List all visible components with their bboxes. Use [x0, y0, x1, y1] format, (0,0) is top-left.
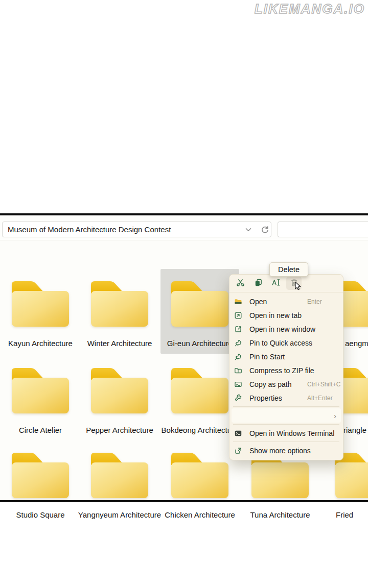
show-more-icon: [234, 446, 243, 455]
folder-item[interactable]: Yangnyeum Architecture: [87, 449, 152, 502]
menu-separator: [233, 442, 339, 442]
folder-item[interactable]: Bokdeong Architecture: [167, 364, 233, 417]
menu-item-shortcut: Alt+Enter: [307, 395, 333, 402]
folder-label: Pepper Architecture: [86, 424, 153, 436]
folder-label: riangle: [343, 424, 366, 436]
mouse-cursor-icon: [294, 281, 302, 291]
context-menu: OpenEnterOpen in new tabOpen in new wind…: [229, 274, 343, 460]
rename-button[interactable]: [268, 277, 284, 290]
chevron-down-icon[interactable]: [244, 225, 253, 234]
folder-icon: [8, 449, 73, 502]
menu-separator: [233, 424, 339, 425]
address-bar[interactable]: Museum of Modern Architecture Design Con…: [2, 222, 271, 237]
folder-item[interactable]: Winter Architecture: [87, 277, 152, 330]
search-input[interactable]: [278, 222, 368, 237]
cut-icon: [236, 278, 245, 289]
menu-item-label: Open: [249, 298, 267, 306]
menu-item-submenu[interactable]: ›: [232, 408, 341, 423]
folder-item[interactable]: Circle Atelier: [8, 364, 73, 417]
menu-item-label: Open in new tab: [249, 311, 302, 320]
folder-icon: [87, 364, 152, 417]
folder-item[interactable]: Pepper Architecture: [87, 364, 152, 417]
menu-item-properties[interactable]: PropertiesAlt+Enter: [229, 391, 343, 405]
quick-actions-band: [229, 275, 343, 292]
menu-item-shortcut: Ctrl+Shift+C: [307, 381, 340, 388]
context-menu-items: OpenEnterOpen in new tabOpen in new wind…: [229, 292, 343, 457]
menu-item-open-in-windows-terminal[interactable]: Open in Windows Terminal: [229, 426, 343, 440]
folder-icon: [8, 277, 73, 330]
new-window-icon: [234, 325, 243, 333]
menu-separator: [233, 406, 339, 407]
menu-item-open[interactable]: OpenEnter: [229, 295, 343, 308]
menu-item-label: Open in Windows Terminal: [249, 429, 334, 437]
folder-icon: [167, 364, 233, 417]
menu-item-label: Show more options: [249, 447, 311, 455]
menu-item-label: Pin to Quick access: [249, 339, 312, 347]
address-bar-text: Museum of Modern Architecture Design Con…: [8, 222, 171, 237]
folder-label: Studio Square: [16, 509, 64, 521]
new-tab-icon: [234, 311, 243, 320]
folder-label: Yangnyeum Architecture: [78, 509, 161, 521]
folder-label: Circle Atelier: [19, 424, 62, 436]
properties-icon: [234, 394, 243, 402]
terminal-icon: [234, 429, 243, 437]
folder-label: Chicken Architecture: [165, 509, 235, 521]
comic-page: LIKEMANGA.IO Museum of Modern Architectu…: [0, 0, 368, 588]
menu-item-shortcut: Enter: [307, 298, 322, 305]
folder-item[interactable]: Kayun Architecture: [8, 277, 73, 330]
menu-item-label: Compress to ZIP file: [249, 366, 314, 375]
menu-item-label: Copy as path: [249, 380, 292, 388]
menu-item-label: Open in new window: [249, 325, 315, 333]
menu-item-label: Pin to Start: [249, 353, 285, 361]
menu-item-label: Properties: [249, 394, 282, 402]
folder-icon: [167, 277, 233, 330]
copy-icon: [254, 278, 263, 289]
menu-item-open-in-new-window[interactable]: Open in new window: [229, 322, 343, 336]
copy-path-icon: [234, 380, 243, 388]
menu-item-show-more-options[interactable]: Show more options: [229, 444, 343, 457]
folder-label: Fried: [336, 509, 353, 521]
delete-tooltip: Delete: [269, 262, 308, 277]
file-explorer-window: Museum of Modern Architecture Design Con…: [0, 213, 368, 502]
folder-label: Kayun Architecture: [8, 337, 73, 350]
folder-icon: [234, 297, 243, 306]
pin-icon: [234, 352, 243, 361]
folder-label: Bokdeong Architecture: [162, 424, 239, 436]
folder-label: Gi-eun Architecture: [167, 337, 233, 350]
folder-label: aengmy: [345, 337, 368, 350]
menu-item-compress-to-zip-file[interactable]: Compress to ZIP file: [229, 363, 343, 377]
chevron-right-icon: ›: [334, 411, 336, 420]
folder-item[interactable]: Chicken Architecture: [167, 449, 233, 502]
folder-item[interactable]: Studio Square: [8, 449, 73, 502]
folder-icon: [87, 449, 152, 502]
pin-icon: [234, 338, 243, 347]
menu-item-pin-to-start[interactable]: Pin to Start: [229, 350, 343, 363]
copy-button[interactable]: [250, 277, 266, 290]
site-watermark: LIKEMANGA.IO: [255, 1, 365, 17]
folder-label: Tuna Architecture: [250, 509, 310, 521]
folder-label: Winter Architecture: [87, 337, 152, 350]
folder-icon: [167, 449, 233, 502]
refresh-icon[interactable]: [260, 225, 269, 234]
cut-button[interactable]: [233, 277, 248, 290]
menu-item-copy-as-path[interactable]: Copy as pathCtrl+Shift+C: [229, 377, 343, 391]
rename-icon: [271, 278, 281, 289]
folder-icon: [8, 364, 73, 417]
explorer-toolbar: Museum of Modern Architecture Design Con…: [0, 215, 368, 240]
zip-icon: [234, 366, 243, 375]
folder-item[interactable]: Gi-eun Architecture: [167, 277, 233, 330]
folder-icon: [87, 277, 152, 330]
menu-item-pin-to-quick-access[interactable]: Pin to Quick access: [229, 336, 343, 350]
menu-item-open-in-new-tab[interactable]: Open in new tab: [229, 308, 343, 322]
